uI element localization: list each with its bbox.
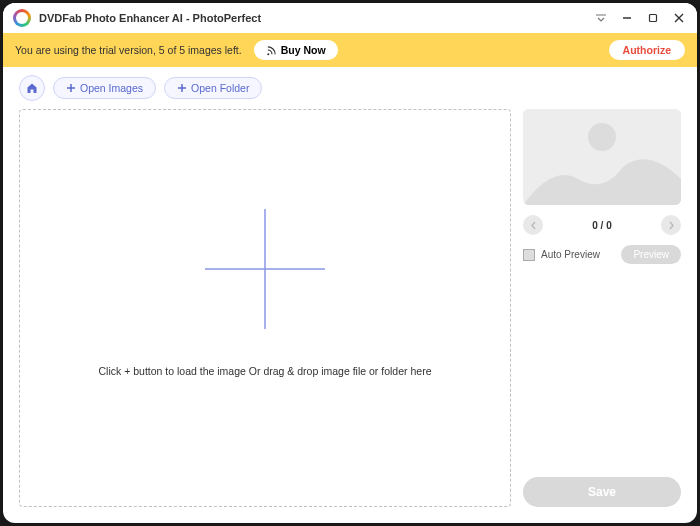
home-icon bbox=[26, 82, 38, 94]
app-logo-icon bbox=[13, 9, 31, 27]
window-controls bbox=[593, 10, 687, 26]
trial-banner: You are using the trial version, 5 of 5 … bbox=[3, 33, 697, 67]
auto-preview-row: Auto Preview Preview bbox=[523, 245, 681, 264]
svg-rect-0 bbox=[650, 15, 657, 22]
prev-image-button[interactable] bbox=[523, 215, 543, 235]
minimize-button[interactable] bbox=[619, 10, 635, 26]
plus-icon bbox=[177, 83, 187, 93]
side-panel: 0 / 0 Auto Preview Preview Save bbox=[523, 109, 681, 507]
open-folder-label: Open Folder bbox=[191, 82, 249, 94]
dropdown-icon[interactable] bbox=[593, 10, 609, 26]
auto-preview-label: Auto Preview bbox=[541, 249, 615, 260]
authorize-button[interactable]: Authorize bbox=[609, 40, 685, 60]
titlebar: DVDFab Photo Enhancer AI - PhotoPerfect bbox=[3, 3, 697, 33]
authorize-label: Authorize bbox=[623, 44, 671, 56]
app-window: DVDFab Photo Enhancer AI - PhotoPerfect … bbox=[3, 3, 697, 523]
svg-point-2 bbox=[588, 123, 616, 151]
maximize-button[interactable] bbox=[645, 10, 661, 26]
rss-icon bbox=[266, 45, 277, 56]
dropzone-hint: Click + button to load the image Or drag… bbox=[99, 365, 432, 377]
image-dropzone[interactable]: Click + button to load the image Or drag… bbox=[19, 109, 511, 507]
next-image-button[interactable] bbox=[661, 215, 681, 235]
toolbar: Open Images Open Folder bbox=[3, 67, 697, 109]
close-button[interactable] bbox=[671, 10, 687, 26]
auto-preview-checkbox[interactable] bbox=[523, 249, 535, 261]
preview-thumbnail bbox=[523, 109, 681, 205]
preview-button[interactable]: Preview bbox=[621, 245, 681, 264]
buy-now-label: Buy Now bbox=[281, 44, 326, 56]
app-title: DVDFab Photo Enhancer AI - PhotoPerfect bbox=[39, 12, 593, 24]
open-images-label: Open Images bbox=[80, 82, 143, 94]
trial-message: You are using the trial version, 5 of 5 … bbox=[15, 44, 242, 56]
plus-icon bbox=[66, 83, 76, 93]
save-button[interactable]: Save bbox=[523, 477, 681, 507]
preview-button-label: Preview bbox=[633, 249, 669, 260]
preview-nav: 0 / 0 bbox=[523, 215, 681, 235]
large-plus-icon[interactable] bbox=[205, 209, 325, 329]
home-button[interactable] bbox=[19, 75, 45, 101]
buy-now-button[interactable]: Buy Now bbox=[254, 40, 338, 60]
placeholder-image-icon bbox=[523, 109, 681, 205]
image-counter: 0 / 0 bbox=[592, 220, 611, 231]
save-button-label: Save bbox=[588, 485, 616, 499]
content-area: Click + button to load the image Or drag… bbox=[3, 109, 697, 523]
open-images-button[interactable]: Open Images bbox=[53, 77, 156, 99]
open-folder-button[interactable]: Open Folder bbox=[164, 77, 262, 99]
